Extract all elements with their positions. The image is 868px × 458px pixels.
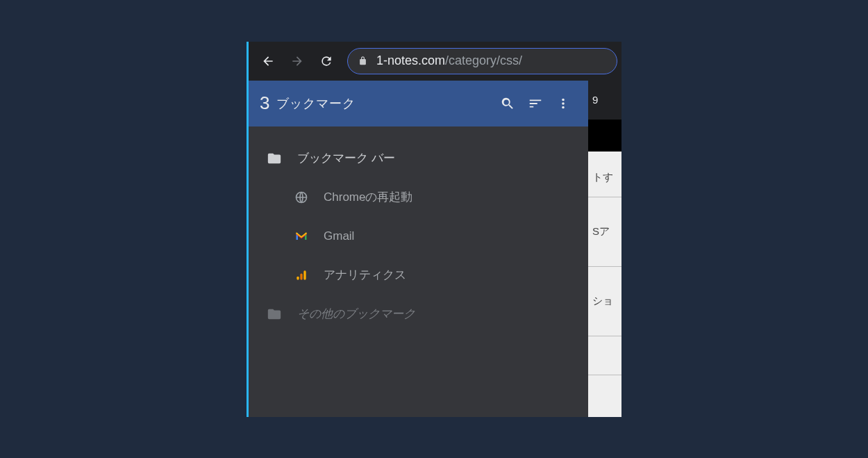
bookmarks-list: ブックマーク バー Chromeの再起動 Gmail アナリティクス bbox=[249, 126, 588, 334]
bookmark-label: Chromeの再起動 bbox=[324, 189, 412, 205]
bg-cell: ショ bbox=[588, 267, 621, 336]
sort-icon bbox=[528, 96, 543, 111]
bookmark-chrome-restart[interactable]: Chromeの再起動 bbox=[249, 178, 588, 217]
reload-icon bbox=[319, 54, 333, 68]
arrow-left-icon bbox=[261, 54, 275, 68]
panel-title: ブックマーク bbox=[276, 95, 494, 112]
analytics-icon bbox=[294, 268, 308, 282]
search-icon bbox=[500, 96, 515, 111]
selection-count: 3 bbox=[260, 92, 269, 114]
svg-rect-3 bbox=[303, 270, 306, 279]
bg-cell: トす bbox=[588, 158, 621, 197]
bookmarks-panel-header: 3 ブックマーク bbox=[249, 81, 588, 126]
screenshot-frame: 1-notes.com/category/css/ 9 トす Sア ショ 3 ブ… bbox=[247, 42, 621, 417]
arrow-right-icon bbox=[290, 54, 304, 68]
bg-blackbar bbox=[588, 120, 621, 152]
lock-icon bbox=[358, 56, 368, 66]
background-page-strip: 9 トす Sア ショ bbox=[588, 81, 621, 417]
sort-button[interactable] bbox=[521, 90, 549, 117]
forward-button[interactable] bbox=[285, 49, 310, 74]
bookmark-gmail[interactable]: Gmail bbox=[249, 217, 588, 256]
folder-icon bbox=[267, 306, 282, 322]
url-host: 1-notes.com bbox=[376, 54, 445, 67]
bg-cell bbox=[588, 336, 621, 375]
url-text: 1-notes.com/category/css/ bbox=[376, 54, 522, 68]
svg-rect-2 bbox=[300, 273, 302, 279]
folder-label: その他のブックマーク bbox=[297, 306, 415, 322]
bookmarks-panel: 3 ブックマーク ブックマーク バー bbox=[249, 81, 588, 417]
folder-bookmarks-bar[interactable]: ブックマーク バー bbox=[249, 139, 588, 178]
bookmark-label: アナリティクス bbox=[324, 267, 406, 283]
address-bar[interactable]: 1-notes.com/category/css/ bbox=[347, 48, 617, 74]
browser-toolbar: 1-notes.com/category/css/ bbox=[249, 42, 621, 81]
search-button[interactable] bbox=[494, 90, 521, 117]
reload-button[interactable] bbox=[314, 49, 339, 74]
globe-icon bbox=[294, 190, 308, 204]
folder-label: ブックマーク バー bbox=[297, 150, 395, 166]
bookmark-label: Gmail bbox=[324, 229, 354, 243]
bg-spacer bbox=[588, 152, 621, 158]
bg-cell: Sア bbox=[588, 197, 621, 267]
gmail-icon bbox=[294, 229, 308, 243]
more-button[interactable] bbox=[549, 90, 577, 117]
bookmark-analytics[interactable]: アナリティクス bbox=[249, 256, 588, 295]
folder-icon bbox=[267, 151, 282, 166]
svg-rect-1 bbox=[297, 276, 299, 279]
folder-other-bookmarks[interactable]: その他のブックマーク bbox=[249, 295, 588, 334]
url-path: /category/css/ bbox=[445, 54, 522, 67]
back-button[interactable] bbox=[256, 49, 281, 74]
bg-cell: 9 bbox=[588, 81, 621, 120]
more-vert-icon bbox=[556, 96, 571, 111]
